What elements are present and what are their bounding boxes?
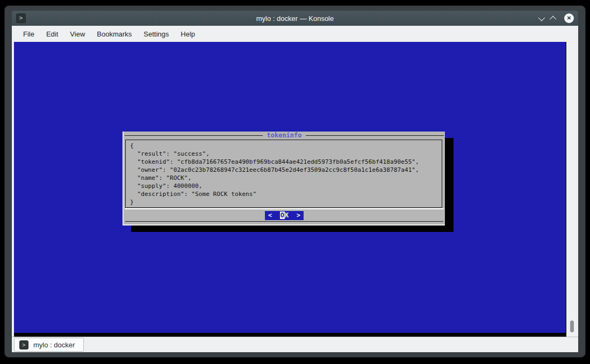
terminal-screen[interactable]: tokeninfo { "result": "success", "tokeni… — [14, 42, 566, 333]
ok-rest-letters: K — [285, 212, 289, 219]
minimize-button[interactable] — [538, 13, 543, 23]
json-line: "owner": "02ac0c23b78268947c321eec6b87b4… — [130, 166, 442, 174]
tab-bar: > mylo : docker — [12, 337, 578, 352]
terminal-area: tokeninfo { "result": "success", "tokeni… — [12, 42, 578, 337]
json-line: { — [130, 142, 442, 150]
scrollbar-thumb[interactable] — [570, 321, 574, 332]
menu-bar: File Edit View Bookmarks Settings Help — [12, 26, 578, 42]
json-line: } — [130, 198, 442, 206]
window-title: mylo : docker — Konsole — [12, 14, 578, 23]
tab-mylo-docker[interactable]: > mylo : docker — [14, 338, 84, 352]
menu-help[interactable]: Help — [175, 30, 201, 38]
menu-file[interactable]: File — [17, 30, 40, 38]
dialog-button-row: < OK > — [124, 209, 445, 221]
ok-bracket-left: < — [268, 212, 272, 219]
menu-bookmarks[interactable]: Bookmarks — [91, 30, 138, 38]
json-line: "supply": 4000000, — [130, 182, 442, 190]
window-controls: ✕ — [538, 13, 578, 23]
terminal-tab-icon: > — [19, 340, 28, 350]
json-line: "result": "success", — [130, 150, 442, 158]
dialog-bottom-edge — [124, 221, 445, 224]
terminal-view[interactable]: tokeninfo { "result": "success", "tokeni… — [14, 42, 566, 337]
tokeninfo-dialog: tokeninfo { "result": "success", "tokeni… — [123, 132, 445, 225]
ok-bracket-right: > — [297, 212, 300, 219]
title-bar[interactable]: > mylo : docker — Konsole ✕ — [12, 11, 578, 26]
terminal-scrollbar[interactable] — [566, 42, 578, 337]
ok-key-letter: O — [280, 212, 285, 219]
chevron-down-icon — [538, 14, 545, 21]
close-button[interactable]: ✕ — [564, 13, 574, 23]
json-line: "tokenid": "cfb8da71667657ea490bf969bca8… — [130, 158, 442, 166]
menu-settings[interactable]: Settings — [138, 30, 175, 38]
dialog-title: tokeninfo — [263, 132, 305, 139]
dialog-title-row: tokeninfo — [124, 132, 445, 139]
menu-edit[interactable]: Edit — [40, 30, 64, 38]
tab-label: mylo : docker — [33, 341, 75, 349]
json-line: "description": "Some ROCK tokens" — [130, 190, 442, 198]
dialog-text-panel: { "result": "success", "tokenid": "cfb8d… — [125, 140, 442, 208]
menu-view[interactable]: View — [64, 30, 91, 38]
konsole-window: > mylo : docker — Konsole ✕ File Edit Vi… — [4, 5, 586, 358]
chevron-up-icon — [550, 16, 557, 23]
dialog-bottom-rule — [125, 221, 443, 222]
maximize-button[interactable] — [551, 13, 556, 23]
json-line: "name": "ROCK", — [130, 174, 442, 182]
ok-button[interactable]: < OK > — [265, 211, 304, 220]
